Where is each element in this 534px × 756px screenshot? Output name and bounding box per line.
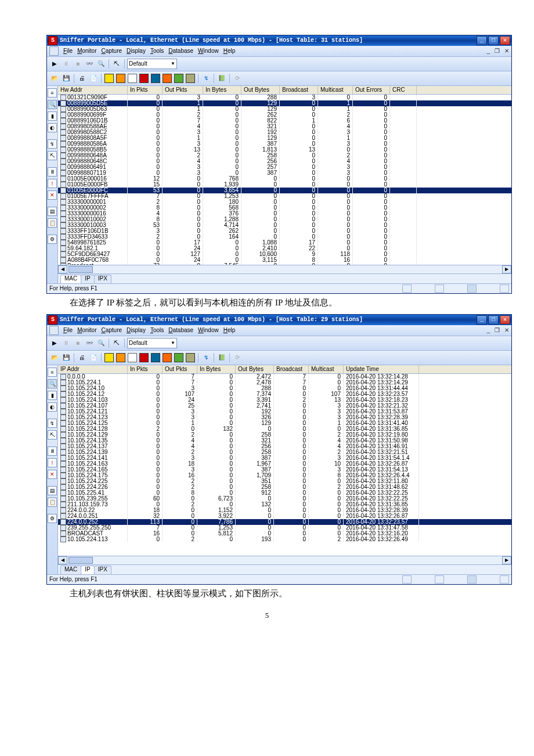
history-icon[interactable] [162, 73, 172, 84]
table-row[interactable]: 10.105.224.225020351002016-04-20 13:32:1… [58, 478, 511, 484]
table-row[interactable]: 224.0.0.221801,1520002016-04-20 13:32:28… [58, 507, 511, 513]
stop-icon[interactable]: ■ [73, 59, 83, 69]
print-preview-icon[interactable]: 📄 [88, 73, 99, 84]
table-row[interactable]: 10.105.224.17501601,709082016-04-20 13:3… [58, 473, 511, 478]
protocol-icon[interactable] [150, 73, 161, 84]
col-outbytes[interactable]: Out Bytes [236, 365, 274, 373]
profile-dropdown[interactable]: Default ▼ [127, 59, 177, 69]
table-row[interactable]: 10.105.224.123030326032016-04-20 13:32:2… [58, 415, 511, 420]
scroll-thumb[interactable] [68, 266, 93, 273]
col-outpkts[interactable]: Out Pkts [163, 86, 203, 94]
col-inpkts[interactable]: In Pkts [128, 86, 163, 94]
tab-ipx[interactable]: IPX [94, 566, 111, 574]
options-icon[interactable]: ⚙ [48, 235, 57, 244]
pie-view-icon[interactable]: ◐ [48, 123, 57, 132]
menu-tools[interactable]: Tools [150, 327, 164, 334]
print-icon[interactable]: 🖨 [77, 352, 87, 363]
table-row[interactable]: 10.105.224.139020258022016-04-20 13:32:2… [58, 449, 511, 455]
table-row[interactable]: 10.105.224.165030387032016-04-20 13:31:5… [58, 467, 511, 473]
filter-icon[interactable]: ⛏ [48, 430, 57, 440]
col-hwaddr[interactable]: Hw Addr [58, 86, 128, 94]
matrix-icon[interactable] [127, 73, 138, 84]
table-row[interactable]: 0099888058B501301,8131300 [58, 147, 511, 153]
mdi-icon[interactable] [49, 326, 59, 335]
properties-icon[interactable]: 📋 [48, 218, 57, 228]
find-icon[interactable]: 🔍 [96, 59, 106, 69]
col-broadcast[interactable]: Broadcast [280, 86, 318, 94]
address-book-icon[interactable]: 📗 [217, 73, 227, 84]
mdi-minimize-button[interactable]: _ [486, 327, 490, 334]
col-outbytes[interactable]: Out Bytes [241, 86, 280, 94]
table-row[interactable]: 54899876182501701,0881700 [58, 240, 511, 246]
table-row[interactable]: 211.103.159.73020132002016-04-20 13:31:3… [58, 502, 511, 507]
tab-ip[interactable]: IP [81, 566, 94, 574]
pause-sidebar-icon[interactable]: ⏸ [48, 447, 57, 456]
hscrollbar[interactable]: ◀ ▶ [58, 556, 511, 564]
table-row[interactable]: 01005E0000161207680000 [58, 176, 511, 182]
grid-body[interactable]: 0.0.0.00702,472702016-04-20 13:32:14.281… [58, 374, 511, 556]
col-inpkts[interactable]: In Pkts [128, 365, 163, 373]
col-updatetime[interactable]: Update Time [344, 365, 419, 373]
table-row[interactable]: 008899005D5E010129010 [58, 100, 511, 106]
menu-window[interactable]: Window [198, 327, 219, 334]
col-inbytes[interactable]: In Bytes [197, 365, 236, 373]
table-row[interactable]: 10.105.224.10702,478702016-04-20 13:32:1… [58, 380, 511, 386]
menu-help[interactable]: Help [223, 327, 236, 334]
table-row[interactable]: 3333FFD34633201640000 [58, 234, 511, 240]
pause-icon[interactable]: ⏸ [61, 59, 71, 69]
capture-icon[interactable]: ↯ [48, 139, 57, 149]
menu-capture[interactable]: Capture [101, 327, 122, 334]
table-row[interactable]: 10.105.224.121030192032016-04-20 13:31:5… [58, 409, 511, 415]
tab-ipx[interactable]: IPX [94, 275, 111, 283]
table-row[interactable]: 10.105.225.41080912002016-04-20 13:32:22… [58, 490, 511, 496]
menu-tools[interactable]: Tools [150, 48, 164, 55]
table-row[interactable]: 10.105.224.129020258022016-04-20 13:32:1… [58, 432, 511, 438]
mdi-minimize-button[interactable]: _ [486, 48, 490, 55]
table-row[interactable]: 01005E7FFFFA701,2530000 [58, 193, 511, 199]
define-filter-icon[interactable]: ⛏ [111, 338, 122, 348]
mdi-restore-button[interactable]: ❐ [495, 327, 500, 334]
table-row[interactable]: 10.105.224.10302403,3912132016-04-20 13:… [58, 397, 511, 403]
menu-monitor[interactable]: Monitor [77, 48, 96, 55]
bar-view-icon[interactable]: ▮ [48, 111, 57, 121]
open-icon[interactable]: 📂 [49, 352, 60, 363]
table-row[interactable]: 10.105.224.128201320002016-04-20 13:31:3… [58, 426, 511, 432]
table-row[interactable]: 0.0.0.00702,472702016-04-20 13:32:14.28 [58, 374, 511, 380]
table-row[interactable]: 00889900699F020262020 [58, 112, 511, 118]
hscrollbar[interactable]: ◀ ▶ [58, 265, 511, 273]
scroll-left-icon[interactable]: ◀ [58, 556, 67, 564]
menu-monitor[interactable]: Monitor [77, 327, 96, 334]
table-row[interactable]: 333300000016403760000 [58, 211, 511, 217]
col-outerrors[interactable]: Out Errors [353, 86, 390, 94]
table-row[interactable]: 10.105.224.16301801,9670102016-04-20 13:… [58, 461, 511, 467]
stop-icon[interactable]: ■ [73, 338, 83, 348]
pause-sidebar-icon[interactable]: ⏸ [48, 167, 57, 177]
maximize-button[interactable]: □ [488, 315, 499, 325]
delete-icon[interactable]: ✕ [48, 190, 57, 200]
scroll-right-icon[interactable]: ▶ [502, 556, 511, 564]
play-icon[interactable]: ▶ [49, 59, 60, 69]
save-icon[interactable]: 💾 [61, 73, 71, 84]
print-icon[interactable]: 🖨 [77, 73, 87, 84]
global-icon[interactable] [174, 352, 184, 363]
dashboard-icon[interactable] [104, 352, 114, 363]
table-row[interactable]: 01005E0000FC5303,6540000 [58, 188, 511, 193]
outline-view-icon[interactable]: ≡ [48, 368, 57, 377]
dashboard-icon[interactable] [104, 73, 114, 84]
table-row[interactable]: 01005E0000FB1501,9390000 [58, 182, 511, 188]
menu-window[interactable]: Window [198, 48, 219, 55]
table-row[interactable]: 10.105.224.10030288002016-04-20 13:31:44… [58, 386, 511, 391]
find-icon[interactable]: 🔍 [96, 338, 106, 348]
table-row[interactable]: 10.105.224.125010129012016-04-20 13:31:4… [58, 420, 511, 426]
outline-view-icon[interactable]: ≡ [48, 88, 57, 98]
table-row[interactable]: 001321C9090F030288300 [58, 95, 511, 100]
table-row[interactable]: 10.105.224.113020193022016-04-20 13:32:2… [58, 537, 511, 542]
play-icon[interactable]: ▶ [49, 338, 60, 348]
table-row[interactable]: 10.105.224.137040256042016-04-20 13:31:4… [58, 444, 511, 449]
col-crc[interactable]: CRC [390, 86, 417, 94]
minimize-button[interactable]: _ [477, 315, 487, 325]
matrix-icon[interactable] [127, 352, 138, 363]
profile-dropdown[interactable]: Default ▼ [127, 338, 177, 348]
art-icon[interactable] [139, 73, 149, 84]
col-multicast[interactable]: Multicast [309, 365, 344, 373]
